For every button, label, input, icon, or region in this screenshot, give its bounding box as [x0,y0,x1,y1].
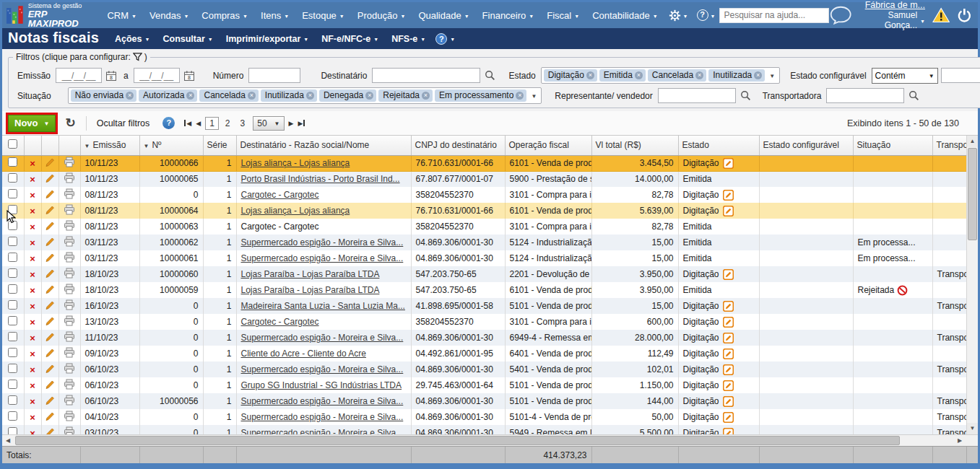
column-header-8[interactable]: Estado configurável [759,136,853,155]
column-header-6[interactable]: Vl total (R$) [591,136,678,155]
row-checkbox[interactable] [8,332,17,341]
print-icon[interactable] [64,236,75,247]
edit-icon[interactable] [45,205,55,215]
top-menu-item-5[interactable]: Produção▼ [351,10,412,21]
row-checkbox[interactable] [8,189,17,198]
row-checkbox[interactable] [8,300,17,310]
row-checkbox[interactable] [8,316,17,325]
delete-icon[interactable]: × [30,269,35,280]
chat-bubble-icon[interactable] [829,4,852,26]
edit-icon[interactable] [45,316,55,326]
next-page-button[interactable]: ▶ [289,120,294,127]
estado-edit-icon[interactable] [723,380,734,391]
row-checkbox[interactable] [8,268,17,278]
top-menu-item-9[interactable]: Contabilidade▼ [586,10,664,21]
transportadora-input[interactable] [826,88,904,103]
estado-edit-icon[interactable] [723,349,734,359]
estado-edit-icon[interactable] [723,206,734,216]
edit-icon[interactable] [45,300,55,310]
print-icon[interactable] [64,172,75,183]
edit-icon[interactable] [45,157,55,167]
edit-icon[interactable] [45,332,55,342]
destinatario-link[interactable]: Porto Brasil Indústrias - Porto Brasil I… [241,174,400,184]
numero-input[interactable] [248,68,300,83]
column-header-4[interactable]: CNPJ do destinatário [411,136,505,155]
destinatario-link[interactable]: Cargotec - Cargotec [241,317,319,327]
print-icon[interactable] [64,157,75,167]
page-menu-item-2[interactable]: Imprimir/exportar▼ [220,34,314,44]
destinatario-link[interactable]: Supermercado espigão - Moreira e Silva..… [241,412,404,422]
destinatario-link[interactable]: Lojas aliança - Lojas aliança [241,206,350,216]
settings-menu[interactable]: ▼ [664,9,693,22]
page-menu-item-0[interactable]: Ações▼ [109,34,155,44]
delete-icon[interactable]: × [30,237,35,248]
estado-edit-icon[interactable] [723,333,734,343]
search-icon[interactable] [740,90,751,101]
page-menu-item-3[interactable]: NF-e/NFC-e▼ [316,34,384,44]
edit-icon[interactable] [45,395,55,406]
print-icon[interactable] [64,299,75,310]
top-menu-item-8[interactable]: Fiscal▼ [540,10,586,21]
row-checkbox[interactable] [8,427,17,434]
estado-edit-icon[interactable] [723,396,734,407]
edit-icon[interactable] [45,427,55,435]
calendar-icon[interactable]: 8 [184,71,194,81]
row-checkbox[interactable] [8,205,17,214]
delete-icon[interactable]: × [30,380,35,391]
destinatario-link[interactable]: Supermercado espigão - Moreira e Silva..… [241,396,404,406]
column-header-7[interactable]: Estado [678,136,759,155]
estado-edit-icon[interactable] [723,190,734,201]
page-number-1[interactable]: 1 [205,117,219,130]
help-menu[interactable]: ? ▼ [693,9,720,21]
destinatario-link[interactable]: Supermercado espigão - Moreira e Silva..… [241,237,404,247]
emissao-from-input[interactable] [56,68,102,83]
estado-edit-icon[interactable] [723,428,734,435]
estado-edit-icon[interactable] [723,158,734,169]
help-search-input[interactable] [719,8,829,23]
print-icon[interactable] [64,347,75,358]
column-header-3[interactable]: Destinatário - Razão social/Nome [236,136,411,155]
delete-icon[interactable]: × [30,412,35,423]
print-icon[interactable] [64,363,75,374]
first-page-button[interactable]: ◀ [183,120,191,127]
edit-icon[interactable] [45,189,55,199]
calendar-icon[interactable]: 8 [106,71,116,81]
scroll-up-arrow-icon[interactable]: ▲ [967,136,978,147]
estado-edit-icon[interactable] [723,269,734,280]
print-icon[interactable] [64,411,75,421]
column-header-1[interactable]: ▼Nº [139,136,203,155]
edit-icon[interactable] [45,364,55,374]
edit-icon[interactable] [45,173,55,183]
remove-chip-icon[interactable]: × [422,92,430,100]
page-size-select[interactable]: 50 ▼ [253,116,284,131]
print-icon[interactable] [64,331,75,342]
row-checkbox[interactable] [8,380,17,389]
vertical-scrollbar-thumb[interactable] [968,148,977,240]
page-menu-item-1[interactable]: Consultar▼ [157,34,218,44]
top-menu-item-4[interactable]: Estoque▼ [295,10,351,21]
user-menu[interactable]: Samuel Gonça... ▼ [860,10,925,30]
power-icon[interactable] [957,7,972,24]
delete-icon[interactable]: × [30,253,35,264]
search-icon[interactable] [485,70,495,81]
vertical-scrollbar[interactable]: ▲ ▼ [966,136,978,434]
scroll-left-arrow-icon[interactable]: ◀ [2,435,14,446]
delete-icon[interactable]: × [30,285,35,296]
delete-icon[interactable]: × [30,158,35,169]
select-all-checkbox[interactable] [8,139,17,149]
row-checkbox[interactable] [8,395,17,405]
print-icon[interactable] [64,379,75,390]
remove-chip-icon[interactable]: × [635,71,643,79]
filters-legend[interactable]: Filtros (clique para configurar: ) [13,52,150,62]
delete-icon[interactable]: × [30,396,35,407]
destinatario-link[interactable]: Grupo SG Industrial - SG Indústrias LTDA [241,380,402,390]
delete-icon[interactable]: × [30,317,35,328]
edit-icon[interactable] [45,380,55,390]
destinatario-link[interactable]: Lojas Paraíba - Lojas Paraíba LTDA [241,285,380,295]
top-menu-item-0[interactable]: CRM▼ [100,10,143,21]
print-icon[interactable] [64,204,75,215]
top-menu-item-3[interactable]: Itens▼ [254,10,295,21]
remove-chip-icon[interactable]: × [516,92,524,100]
column-header-9[interactable]: Situação [853,136,932,155]
destinatario-link[interactable]: Supermercado espigão - Moreira e Silva..… [241,428,404,434]
